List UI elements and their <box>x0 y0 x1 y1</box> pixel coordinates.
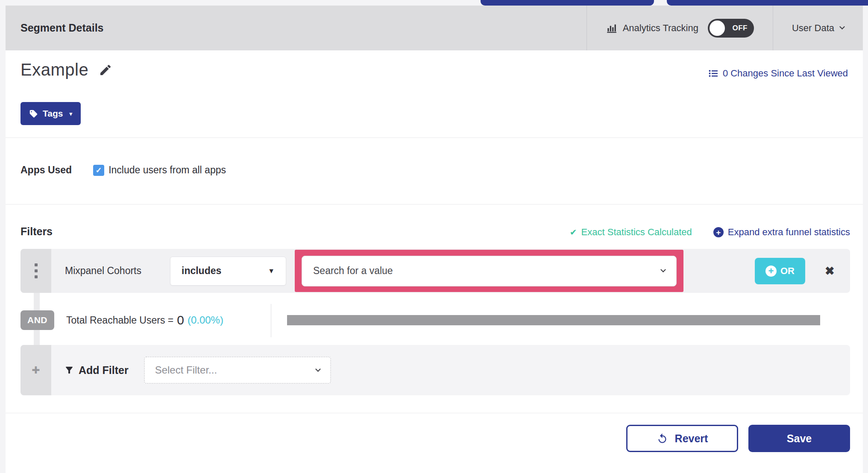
remove-filter-button[interactable]: ✖ <box>825 264 835 278</box>
analytics-tracking-section: Analytics Tracking OFF <box>586 6 773 50</box>
segment-details-card: Segment Details Analytics Tracking OFF <box>6 6 863 473</box>
segment-details-header: Segment Details Analytics Tracking OFF <box>6 6 863 50</box>
toggle-state-label: OFF <box>732 24 748 32</box>
add-filter-row: ✚ Add Filter Select Filter... <box>21 345 850 395</box>
exact-statistics-status: ✔ Exact Statistics Calculated <box>570 227 692 238</box>
add-filter-label-group: Add Filter <box>64 364 129 377</box>
list-icon <box>708 68 718 79</box>
total-reachable-label: Total Reachable Users = <box>66 315 173 326</box>
filter-value-placeholder: Search for a value <box>313 265 393 277</box>
drag-dot-icon <box>35 269 38 272</box>
vertical-divider <box>271 304 271 337</box>
exact-statistics-label: Exact Statistics Calculated <box>581 227 692 238</box>
plus-circle-icon: + <box>713 227 724 237</box>
analytics-tracking-toggle[interactable]: OFF <box>708 19 754 38</box>
apps-used-row: Apps Used ✓ Include users from all apps <box>21 164 226 176</box>
segment-name: Example <box>21 60 88 79</box>
save-button-label: Save <box>787 432 812 445</box>
and-badge: AND <box>21 310 54 330</box>
funnel-icon <box>64 365 74 375</box>
bar-chart-icon <box>606 23 617 34</box>
total-reachable-percent: (0.00%) <box>188 314 223 326</box>
revert-button[interactable]: Revert <box>626 425 738 452</box>
drag-dot-icon <box>35 275 38 278</box>
close-icon: ✖ <box>825 265 835 277</box>
toggle-knob <box>710 20 725 36</box>
select-filter-placeholder: Select Filter... <box>155 364 217 376</box>
segment-details-page: Segment Details Analytics Tracking OFF <box>0 0 868 473</box>
analytics-tracking-label: Analytics Tracking <box>623 23 698 34</box>
check-icon: ✔ <box>570 227 577 237</box>
revert-button-label: Revert <box>675 432 708 445</box>
expand-link-label: Expand extra funnel statistics <box>728 227 850 238</box>
user-data-label: User Data <box>792 23 834 34</box>
reachable-users-progress-bar <box>287 315 820 325</box>
pencil-icon <box>99 63 112 77</box>
total-reachable-value: 0 <box>177 313 184 327</box>
add-filter-label: Add Filter <box>79 364 129 377</box>
include-all-apps-label: Include users from all apps <box>108 164 226 176</box>
user-data-dropdown[interactable]: User Data <box>773 6 863 50</box>
total-reachable-users-row: Total Reachable Users = 0 (0.00%) <box>66 310 223 330</box>
checkbox-check-icon: ✓ <box>96 166 102 175</box>
header-actions: Analytics Tracking OFF User Data <box>586 6 863 50</box>
filter-value-highlight: Search for a value <box>295 250 683 292</box>
filters-status-links: ✔ Exact Statistics Calculated + Expand e… <box>570 227 850 238</box>
top-nav-button-fragment-right[interactable] <box>667 0 868 6</box>
save-button[interactable]: Save <box>748 425 850 452</box>
changes-since-last-viewed-link[interactable]: 0 Changes Since Last Viewed <box>708 68 848 79</box>
filter-row-mixpanel-cohorts: Mixpanel Cohorts includes ▼ Search for a… <box>21 249 850 293</box>
plus-icon: ✚ <box>32 365 40 376</box>
caret-down-icon: ▼ <box>268 267 275 275</box>
filter-operator-value: includes <box>182 265 221 277</box>
filters-title: Filters <box>21 225 53 238</box>
tag-icon <box>29 109 38 118</box>
section-divider <box>6 137 863 138</box>
or-button-label: OR <box>780 266 795 277</box>
changes-link-label: 0 Changes Since Last Viewed <box>723 68 848 79</box>
section-divider <box>6 413 863 413</box>
select-filter-dropdown[interactable]: Select Filter... <box>144 356 331 384</box>
include-all-apps-checkbox[interactable]: ✓ <box>93 165 104 176</box>
filter-field-label: Mixpanel Cohorts <box>65 265 155 277</box>
chevron-down-icon <box>660 267 666 272</box>
footer-actions: Revert Save <box>626 425 850 452</box>
apps-used-label: Apps Used <box>21 164 72 176</box>
page-title: Segment Details <box>21 22 104 34</box>
tags-dropdown-button[interactable]: Tags ▾ <box>21 102 81 125</box>
filter-operator-select[interactable]: includes ▼ <box>170 257 286 286</box>
filter-drag-handle[interactable] <box>21 249 51 293</box>
revert-icon <box>657 433 668 444</box>
drag-dot-icon <box>35 263 38 266</box>
section-divider <box>6 204 863 204</box>
top-nav-button-fragment-left[interactable] <box>481 0 654 6</box>
expand-funnel-statistics-link[interactable]: + Expand extra funnel statistics <box>713 227 850 238</box>
caret-down-icon: ▾ <box>69 111 72 117</box>
edit-name-button[interactable] <box>99 63 112 77</box>
tags-button-label: Tags <box>43 108 63 119</box>
chevron-down-icon <box>839 24 845 29</box>
plus-circle-icon: + <box>765 266 777 277</box>
segment-name-row: Example <box>21 60 112 79</box>
add-or-condition-button[interactable]: + OR <box>755 258 805 284</box>
add-filter-handle[interactable]: ✚ <box>21 345 51 395</box>
chevron-down-icon <box>315 366 321 372</box>
filter-value-select[interactable]: Search for a value <box>302 256 677 286</box>
